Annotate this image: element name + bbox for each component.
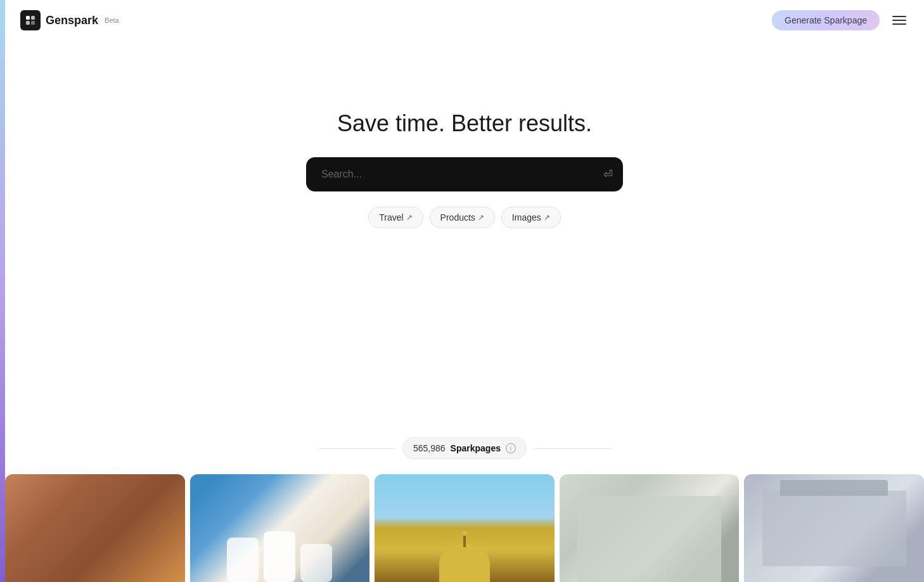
hero-section: Save time. Better results. ⏎ Travel ↗ Pr…: [5, 41, 924, 228]
menu-line-2: [892, 20, 906, 21]
info-icon: i: [506, 443, 516, 453]
svg-rect-1: [31, 16, 35, 20]
quick-link-products-label: Products: [440, 212, 475, 223]
search-enter-icon: ⏎: [603, 167, 613, 181]
gallery-item-building[interactable]: [744, 474, 924, 582]
generate-sparkpage-button[interactable]: Generate Sparkpage: [772, 10, 880, 30]
beta-badge: Beta: [105, 16, 119, 24]
hamburger-menu-button[interactable]: [890, 13, 909, 27]
menu-line-3: [892, 23, 906, 25]
gallery-item-house[interactable]: [560, 474, 740, 582]
gallery-item-clay[interactable]: [5, 474, 185, 582]
quick-link-images-arrow: ↗: [544, 213, 550, 222]
search-input[interactable]: [306, 157, 623, 191]
svg-rect-0: [26, 16, 30, 20]
svg-rect-2: [26, 21, 30, 25]
hero-title: Save time. Better results.: [337, 110, 592, 137]
search-bar-wrapper: ⏎: [306, 157, 623, 191]
quick-link-travel-label: Travel: [379, 212, 403, 223]
logo-icon: [20, 10, 41, 30]
main-content: Save time. Better results. ⏎ Travel ↗ Pr…: [5, 41, 924, 582]
sparkpages-label: Sparkpages: [451, 443, 501, 453]
divider-right: [534, 448, 610, 449]
quick-links: Travel ↗ Products ↗ Images ↗: [368, 207, 561, 228]
menu-line-1: [892, 16, 906, 17]
gallery-item-dome[interactable]: [375, 474, 555, 582]
sparkpages-badge: 565,986 Sparkpages i: [402, 437, 527, 459]
bottom-section: 565,986 Sparkpages i: [5, 437, 924, 582]
image-gallery: [5, 474, 924, 582]
quick-link-images-label: Images: [512, 212, 541, 223]
quick-link-travel-arrow: ↗: [406, 213, 413, 222]
sparkpages-number: 565,986: [413, 443, 446, 453]
topbar-right: Generate Sparkpage: [772, 10, 909, 30]
divider-left: [319, 448, 395, 449]
quick-link-travel[interactable]: Travel ↗: [368, 207, 423, 228]
topbar: Genspark Beta Generate Sparkpage: [5, 0, 924, 41]
left-gradient-bar: [0, 0, 5, 582]
gallery-item-icecream[interactable]: [190, 474, 370, 582]
logo-area: Genspark Beta: [20, 10, 119, 30]
svg-rect-3: [31, 21, 35, 25]
logo-name: Genspark: [46, 14, 98, 27]
quick-link-images[interactable]: Images ↗: [501, 207, 561, 228]
sparkpages-count-row: 565,986 Sparkpages i: [5, 437, 924, 459]
quick-link-products[interactable]: Products ↗: [430, 207, 495, 228]
quick-link-products-arrow: ↗: [478, 213, 484, 222]
